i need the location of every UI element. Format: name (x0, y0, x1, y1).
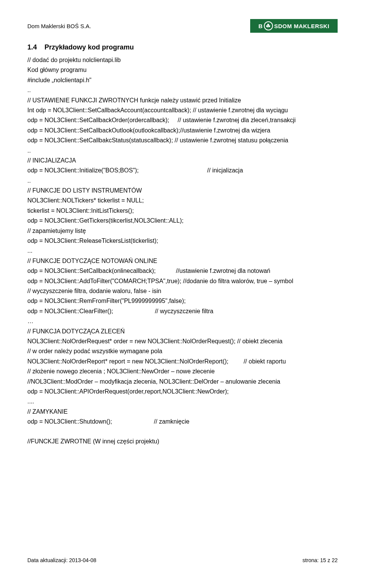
code-line: Kod główny programu (27, 65, 338, 75)
code-comment: // ustawienie f.zwrotnej dla zleceń,tran… (178, 117, 295, 123)
code-line: odp = NOL3Client::AddToFilter("COMARCH;T… (27, 276, 338, 286)
code-line: ... (27, 246, 338, 256)
blank-line (27, 427, 338, 437)
code-line: odp = NOL3Client::APIOrderRequest(order,… (27, 387, 338, 397)
code-frag: odp = NOL3Client::Shutdown(); (27, 418, 112, 425)
code-line: odp = NOL3Client::ReleaseTickersList(tic… (27, 236, 338, 246)
code-line: odp = NOL3Client::SetCallbackOutlook(out… (27, 126, 338, 135)
logo-text-s: S (274, 23, 278, 29)
code-frag: odp = NOL3Client::ClearFilter(); (27, 308, 113, 314)
code-line: .. (27, 85, 338, 95)
code-line: NOL3Client::NolOrderReport* report = new… (27, 357, 338, 367)
leaf-icon: ☘ (264, 21, 273, 30)
code-line: // złożenie nowego zlecenia ; NOL3Client… (27, 367, 338, 376)
code-line: // FUNKCJE DOTYCZĄCE NOTOWAŃ ONLINE (27, 256, 338, 266)
code-line: odp = NOL3Client::GetTickers(tikcerlist,… (27, 216, 338, 226)
code-frag: NOL3Client::NolOrderReport* report = new… (27, 358, 229, 365)
code-line: // ZAMYKANIE (27, 407, 338, 417)
code-line: .. (27, 146, 338, 156)
section-heading: 1.4Przykładowy kod programu (27, 43, 338, 51)
code-line: odp = NOL3Client::SetCallbakcStatus(stat… (27, 135, 338, 145)
code-line: odp = NOL3Client::ClearFilter();// wyczy… (27, 306, 338, 316)
brand-logo: B ☘ S DOM MAKLERSKI (250, 19, 338, 33)
footer-date: Data aktualizacji: 2013-04-08 (27, 557, 96, 563)
code-line: // USTAWIENIE FUNKCJI ZWROTNYCH funkcje … (27, 96, 338, 105)
code-line: // dodać do projektu nolclientapi.lib (27, 55, 338, 65)
code-line: // FUNKCJA DOTYCZĄCA ZLECEŃ (27, 327, 338, 336)
code-frag: odp = NOL3Client::Initialize("BOS;BOS"); (27, 167, 139, 174)
code-line: .. (27, 176, 338, 186)
section-title-text: Przykładowy kod programu (44, 43, 134, 51)
logo-text-dom: DOM MAKLERSKI (278, 23, 330, 29)
code-line: // w order należy podać wszystkie wymaga… (27, 346, 338, 356)
code-frag: odp = NOL3Client::SetCallback(onlinecall… (27, 268, 156, 274)
code-frag: odp = NOL3Client::SetCallbackOrder(order… (27, 117, 169, 123)
code-line: tickerlist = NOL3Client::InitListTickers… (27, 206, 338, 216)
page-header: Dom Maklerski BOŚ S.A. B ☘ S DOM MAKLERS… (27, 19, 338, 33)
code-line: // zapamietujemy listę (27, 226, 338, 236)
logo-text-b: B (259, 23, 263, 29)
code-line: // INICJALIZACJA (27, 156, 338, 166)
code-comment: // inicjalizacja (207, 167, 243, 174)
code-line: odp = NOL3Client::RemFromFilter("PL99999… (27, 296, 338, 306)
code-line: #include „nolclientapi.h" (27, 75, 338, 85)
code-line: //NOL3Client::ModOrder – modyfikacja zle… (27, 377, 338, 387)
code-line: // wyczyszczenie filtra, dodanie waloru,… (27, 286, 338, 296)
code-line: // FUNKCJE DO LISTY INSTRUMENTÓW (27, 186, 338, 196)
company-name: Dom Maklerski BOŚ S.A. (27, 23, 91, 29)
code-line: Int odp = NOL3Client::SetCallbackAccount… (27, 105, 338, 115)
code-line: odp = NOL3Client::Initialize("BOS;BOS");… (27, 166, 338, 175)
code-comment: // wyczyszczenie filtra (155, 308, 213, 314)
code-line: … (27, 316, 338, 326)
code-comment: //ustawienie f.zwrotnej dla notowań (176, 268, 270, 274)
section-number: 1.4 (27, 43, 37, 51)
code-line: odp = NOL3Client::Shutdown();// zamknięc… (27, 417, 338, 427)
code-line: odp = NOL3Client::SetCallback(onlinecall… (27, 266, 338, 276)
code-line: //FUNCKJE ZWROTNE (W innej części projek… (27, 437, 338, 446)
code-line: odp = NOL3Client::SetCallbackOrder(order… (27, 115, 338, 125)
code-line: NOL3Client::NolOrderRequest* order = new… (27, 336, 338, 346)
code-line: .... (27, 397, 338, 406)
code-comment: // obiekt raportu (244, 358, 286, 365)
code-line: NOL3Client::NOLTickers* tickerlist = NUL… (27, 196, 338, 206)
footer-page: strona: 15 z 22 (302, 557, 338, 563)
code-comment: // zamknięcie (154, 418, 189, 425)
page-footer: Data aktualizacji: 2013-04-08 strona: 15… (27, 557, 338, 563)
code-listing: // dodać do projektu nolclientapi.lib Ko… (27, 55, 338, 447)
